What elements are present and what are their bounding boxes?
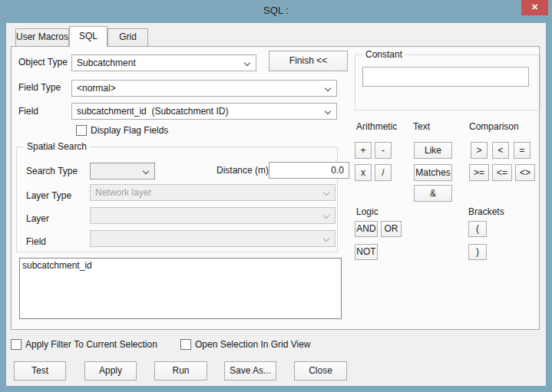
brackets-label: Brackets xyxy=(468,206,504,217)
operator-gt-button[interactable]: > xyxy=(471,142,488,159)
window-title: SQL : xyxy=(0,0,552,23)
apply-button[interactable]: Apply xyxy=(84,361,137,380)
layer-type-label: Layer Type xyxy=(26,190,71,201)
field-label: Field xyxy=(18,106,38,117)
tab-label: SQL xyxy=(79,31,98,41)
operator-label: ( xyxy=(469,222,486,236)
spatial-field-label: Field xyxy=(26,236,46,247)
run-button[interactable]: Run xyxy=(154,361,207,380)
distance-input[interactable]: 0.0 xyxy=(269,162,349,179)
operator-label: > xyxy=(471,143,487,158)
operator-label: Matches xyxy=(415,165,451,180)
operator-label: ) xyxy=(469,245,486,259)
operator-label: Like xyxy=(415,143,451,158)
chevron-down-icon xyxy=(325,85,331,91)
operator-label: < xyxy=(493,143,508,158)
apply-filter-label: Apply Filter To Current Selection xyxy=(25,339,157,350)
close-icon: ✕ xyxy=(531,2,538,12)
checkbox-box[interactable] xyxy=(11,339,21,350)
operator-eq-button[interactable]: = xyxy=(514,142,531,159)
operator-multiply-button[interactable]: x xyxy=(355,164,372,181)
operator-not-button[interactable]: NOT xyxy=(355,244,378,260)
spatial-search-title: Spatial Search xyxy=(24,141,90,152)
title-bar[interactable]: SQL : ✕ xyxy=(0,0,552,23)
distance-value: 0.0 xyxy=(331,163,344,178)
constant-title: Constant xyxy=(362,49,405,60)
tab-sql[interactable]: SQL xyxy=(69,26,107,47)
operator-label: AND xyxy=(355,222,377,236)
comparison-label: Comparison xyxy=(469,121,519,132)
chevron-down-icon xyxy=(325,108,331,114)
chevron-down-icon xyxy=(244,60,250,66)
checkbox-box[interactable] xyxy=(76,125,87,136)
operator-label: NOT xyxy=(355,245,377,259)
chevron-down-icon xyxy=(323,236,329,242)
operator-minus-button[interactable]: - xyxy=(375,142,392,159)
sql-query-text: subcatchment_id xyxy=(22,260,92,271)
open-selection-label: Open Selection In Grid View xyxy=(195,339,311,350)
operator-lte-button[interactable]: <= xyxy=(492,164,512,181)
operator-label: & xyxy=(415,186,451,201)
operator-and-button[interactable]: AND xyxy=(355,221,378,237)
finish-button-label: Finish << xyxy=(269,51,347,71)
text-label: Text xyxy=(413,121,430,132)
apply-filter-checkbox[interactable]: Apply Filter To Current Selection xyxy=(11,339,157,350)
operator-neq-button[interactable]: <> xyxy=(515,164,535,181)
object-type-value: Subcatchment xyxy=(77,55,240,71)
operator-divide-button[interactable]: / xyxy=(375,164,392,181)
search-type-label: Search Type xyxy=(26,166,78,176)
constant-input[interactable] xyxy=(362,67,529,87)
operator-concat-button[interactable]: & xyxy=(414,185,452,202)
operator-or-button[interactable]: OR xyxy=(381,221,402,237)
close-button[interactable]: ✕ xyxy=(521,0,548,15)
close-dialog-button[interactable]: Close xyxy=(294,361,347,380)
layer-type-dropdown[interactable]: Network layer xyxy=(90,184,335,201)
spatial-field-dropdown[interactable] xyxy=(90,230,335,247)
operator-label: + xyxy=(355,143,371,158)
tab-label: User Macros xyxy=(16,31,68,42)
chevron-down-icon xyxy=(323,189,329,196)
chevron-down-icon xyxy=(143,168,149,174)
save-as-button[interactable]: Save As... xyxy=(224,361,276,380)
operator-open-bracket-button[interactable]: ( xyxy=(468,221,487,237)
layer-type-value: Network layer xyxy=(95,185,319,200)
run-button-label: Run xyxy=(155,362,207,380)
operator-like-button[interactable]: Like xyxy=(414,142,452,159)
tab-grid[interactable]: Grid xyxy=(107,28,148,46)
operator-label: / xyxy=(375,165,391,180)
sql-dialog-window: SQL : ✕ User Macros SQL Grid Object Type… xyxy=(0,0,552,392)
arithmetic-label: Arithmetic xyxy=(356,121,397,132)
object-type-label: Object Type xyxy=(18,57,68,68)
object-type-dropdown[interactable]: Subcatchment xyxy=(71,54,256,71)
sql-query-editor[interactable]: subcatchment_id xyxy=(19,258,342,319)
field-dropdown[interactable]: subcatchment_id (Subcatchment ID) xyxy=(71,103,337,120)
close-button-label: Close xyxy=(295,362,346,380)
search-type-dropdown[interactable] xyxy=(90,163,155,180)
operator-close-bracket-button[interactable]: ) xyxy=(468,244,487,260)
checkbox-box[interactable] xyxy=(180,339,191,350)
operator-lt-button[interactable]: < xyxy=(492,142,509,159)
test-button[interactable]: Test xyxy=(14,361,66,380)
logic-label: Logic xyxy=(356,206,378,217)
finish-button[interactable]: Finish << xyxy=(269,51,348,71)
sql-tab-page: Object Type Subcatchment Finish << Field… xyxy=(11,46,540,330)
save-as-button-label: Save As... xyxy=(225,362,276,380)
operator-gte-button[interactable]: >= xyxy=(469,164,489,181)
display-flag-fields-label: Display Flag Fields xyxy=(91,125,168,136)
distance-label: Distance (m) xyxy=(217,165,269,176)
test-button-label: Test xyxy=(15,362,65,380)
field-type-dropdown[interactable]: <normal> xyxy=(71,80,337,97)
layer-dropdown[interactable] xyxy=(90,207,335,224)
tab-user-macros[interactable]: User Macros xyxy=(15,28,69,46)
operator-plus-button[interactable]: + xyxy=(355,142,372,159)
operator-label: x xyxy=(355,165,371,180)
operator-label: <= xyxy=(493,165,511,180)
field-type-label: Field Type xyxy=(18,82,61,93)
operator-label: OR xyxy=(382,222,401,236)
field-value: subcatchment_id (Subcatchment ID) xyxy=(77,104,321,119)
operator-matches-button[interactable]: Matches xyxy=(414,164,452,181)
operator-label: <> xyxy=(516,165,534,180)
layer-label: Layer xyxy=(26,213,49,224)
display-flag-fields-checkbox[interactable]: Display Flag Fields xyxy=(76,125,168,136)
open-selection-checkbox[interactable]: Open Selection In Grid View xyxy=(180,339,311,350)
